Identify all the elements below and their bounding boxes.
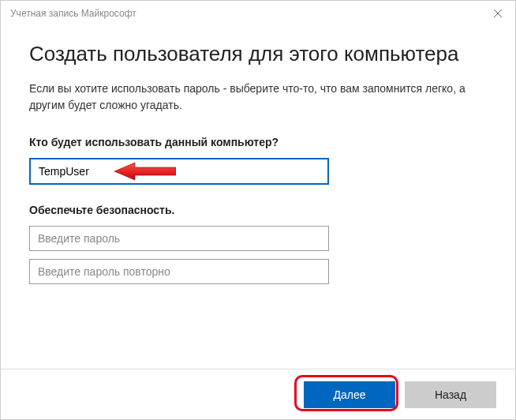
- close-icon: [494, 9, 502, 17]
- security-label: Обеспечьте безопасность.: [29, 204, 487, 216]
- page-title: Создать пользователя для этого компьютер…: [29, 42, 487, 66]
- footer: Далее Назад: [1, 369, 515, 419]
- username-field-wrap: [29, 158, 487, 185]
- description-text: Если вы хотите использовать пароль - выб…: [29, 81, 487, 114]
- next-button[interactable]: Далее: [304, 381, 395, 408]
- password-confirm-input[interactable]: [29, 259, 329, 284]
- password-input[interactable]: [29, 226, 329, 251]
- username-input[interactable]: [29, 158, 329, 185]
- dialog-window: Учетная запись Майкрософт Создать пользо…: [0, 0, 516, 420]
- window-title: Учетная запись Майкрософт: [10, 8, 136, 19]
- content-area: Создать пользователя для этого компьютер…: [1, 26, 515, 419]
- username-label: Кто будет использовать данный компьютер?: [29, 136, 487, 148]
- back-button[interactable]: Назад: [405, 381, 496, 408]
- close-button[interactable]: [487, 2, 509, 24]
- titlebar: Учетная запись Майкрософт: [1, 1, 515, 26]
